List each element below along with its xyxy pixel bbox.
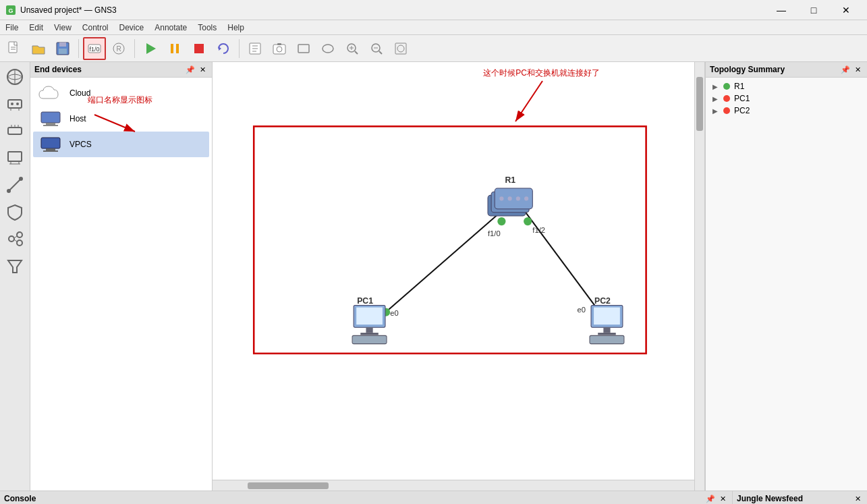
svg-rect-89 bbox=[366, 327, 372, 333]
topology-label-pc2: PC2 bbox=[734, 106, 750, 115]
filter-button[interactable] bbox=[3, 254, 27, 278]
svg-rect-24 bbox=[298, 45, 309, 53]
svg-rect-96 bbox=[598, 333, 616, 335]
svg-point-85 bbox=[524, 196, 528, 200]
browse-devices-button[interactable] bbox=[3, 65, 27, 89]
show-interface-labels-button[interactable]: f1/0 bbox=[83, 37, 106, 60]
topology-item-pc1[interactable]: ▶ PC1 bbox=[708, 92, 864, 105]
jungle-newsfeed-panel: Jungle Newsfeed ✕ G GNS3 Jungle THE ONLY… bbox=[732, 491, 867, 504]
router-r1[interactable] bbox=[488, 188, 532, 216]
svg-text:e0: e0 bbox=[390, 309, 398, 317]
topology-label-r1: R1 bbox=[734, 82, 744, 91]
svg-text:PC2: PC2 bbox=[594, 296, 611, 306]
h-scrollbar[interactable] bbox=[213, 480, 694, 491]
save-project-button[interactable] bbox=[51, 37, 74, 60]
svg-rect-21 bbox=[273, 45, 285, 54]
topology-list: ▶ R1 ▶ PC1 ▶ PC2 bbox=[706, 78, 867, 491]
main-layout: End devices 📌 ✕ Cloud Host bbox=[0, 62, 867, 491]
open-project-button[interactable] bbox=[27, 37, 50, 60]
devices-panel-title: End devices bbox=[34, 65, 82, 74]
menu-file[interactable]: File bbox=[0, 22, 24, 34]
device-host[interactable]: Host bbox=[33, 106, 209, 132]
topology-close-button[interactable]: ✕ bbox=[852, 64, 863, 75]
browse-misc-button[interactable] bbox=[3, 227, 27, 251]
menu-device[interactable]: Device bbox=[114, 22, 150, 34]
console-pin-button[interactable]: 📌 bbox=[705, 493, 716, 504]
toolbar-separator-3 bbox=[239, 39, 240, 58]
reload-all-button[interactable] bbox=[212, 37, 235, 60]
svg-text:R1: R1 bbox=[505, 175, 516, 185]
device-cloud[interactable]: Cloud bbox=[33, 80, 209, 106]
screenshot-button[interactable] bbox=[268, 37, 291, 60]
v-scrollbar-thumb[interactable] bbox=[696, 77, 703, 131]
svg-marker-16 bbox=[219, 47, 221, 51]
jungle-newsfeed-header: Jungle Newsfeed ✕ bbox=[733, 491, 867, 504]
rectangle-button[interactable] bbox=[292, 37, 315, 60]
devices-close-button[interactable]: ✕ bbox=[197, 64, 208, 75]
devices-panel-controls: 📌 ✕ bbox=[185, 64, 208, 75]
pc-pc1[interactable] bbox=[352, 306, 387, 344]
expand-icon-r1[interactable]: ▶ bbox=[711, 82, 719, 90]
jungle-close-button[interactable]: ✕ bbox=[852, 493, 863, 504]
titlebar-left: G Unsaved project* — GNS3 bbox=[5, 5, 117, 16]
status-pc2 bbox=[723, 107, 730, 114]
devices-panel: End devices 📌 ✕ Cloud Host bbox=[30, 62, 213, 491]
show-hostname-button[interactable]: R bbox=[107, 37, 130, 60]
expand-icon-pc2[interactable]: ▶ bbox=[711, 107, 719, 115]
svg-text:R: R bbox=[116, 45, 121, 53]
ellipse-button[interactable] bbox=[316, 37, 339, 60]
zoom-out-button[interactable] bbox=[365, 37, 388, 60]
suspend-all-button[interactable] bbox=[163, 37, 186, 60]
svg-rect-14 bbox=[176, 44, 179, 53]
menu-view[interactable]: View bbox=[49, 22, 77, 34]
vpcs-label: VPCS bbox=[69, 140, 92, 149]
titlebar-controls: — □ ✕ bbox=[766, 0, 862, 20]
menu-edit[interactable]: Edit bbox=[24, 22, 49, 34]
devices-pin-button[interactable]: 📌 bbox=[185, 64, 196, 75]
network-diagram[interactable]: f1/0 f1/2 e0 e0 R1 bbox=[213, 62, 694, 480]
h-scrollbar-thumb[interactable] bbox=[248, 482, 329, 489]
svg-point-34 bbox=[397, 45, 404, 52]
svg-rect-33 bbox=[395, 43, 406, 54]
minimize-button[interactable]: — bbox=[766, 0, 797, 20]
browse-switches-button[interactable] bbox=[3, 119, 27, 143]
zoom-in-button[interactable] bbox=[341, 37, 364, 60]
svg-point-41 bbox=[16, 103, 19, 105]
svg-line-27 bbox=[355, 51, 358, 54]
menu-tools[interactable]: Tools bbox=[192, 22, 222, 34]
pc-pc2[interactable] bbox=[590, 306, 624, 344]
titlebar: G Unsaved project* — GNS3 — □ ✕ bbox=[0, 0, 867, 20]
close-button[interactable]: ✕ bbox=[831, 0, 862, 20]
svg-text:f1/0: f1/0 bbox=[488, 230, 501, 238]
svg-point-83 bbox=[508, 196, 512, 200]
browse-routers-button[interactable] bbox=[3, 92, 27, 116]
toolbar-separator-1 bbox=[78, 39, 79, 58]
start-all-button[interactable] bbox=[139, 37, 162, 60]
menu-control[interactable]: Control bbox=[77, 22, 114, 34]
menu-annotate[interactable]: Annotate bbox=[149, 22, 192, 34]
edit-button[interactable] bbox=[244, 37, 267, 60]
v-scrollbar[interactable] bbox=[694, 62, 705, 491]
expand-icon-pc1[interactable]: ▶ bbox=[711, 94, 719, 103]
console-controls: 📌 ✕ bbox=[705, 493, 728, 504]
topology-item-pc2[interactable]: ▶ PC2 bbox=[708, 105, 864, 117]
app-icon: G bbox=[5, 5, 16, 16]
canvas-area[interactable]: 这个时候PC和交换机就连接好了 bbox=[213, 62, 694, 480]
console-close-button[interactable]: ✕ bbox=[717, 493, 728, 504]
svg-rect-63 bbox=[43, 150, 58, 152]
browse-links-button[interactable] bbox=[3, 173, 27, 197]
new-project-button[interactable] bbox=[3, 37, 26, 60]
browse-end-devices-button[interactable] bbox=[3, 146, 27, 170]
menu-help[interactable]: Help bbox=[222, 22, 250, 34]
svg-rect-68 bbox=[254, 126, 646, 354]
browse-security-button[interactable] bbox=[3, 200, 27, 224]
left-sidebar bbox=[0, 62, 30, 491]
toolbar-separator-2 bbox=[134, 39, 135, 58]
device-vpcs[interactable]: VPCS bbox=[33, 132, 209, 157]
stop-all-button[interactable] bbox=[188, 37, 211, 60]
canvas-container[interactable]: 这个时候PC和交换机就连接好了 bbox=[213, 62, 694, 491]
topology-pin-button[interactable]: 📌 bbox=[840, 64, 851, 75]
topology-item-r1[interactable]: ▶ R1 bbox=[708, 80, 864, 92]
maximize-button[interactable]: □ bbox=[798, 0, 829, 20]
zoom-reset-button[interactable] bbox=[389, 37, 412, 60]
